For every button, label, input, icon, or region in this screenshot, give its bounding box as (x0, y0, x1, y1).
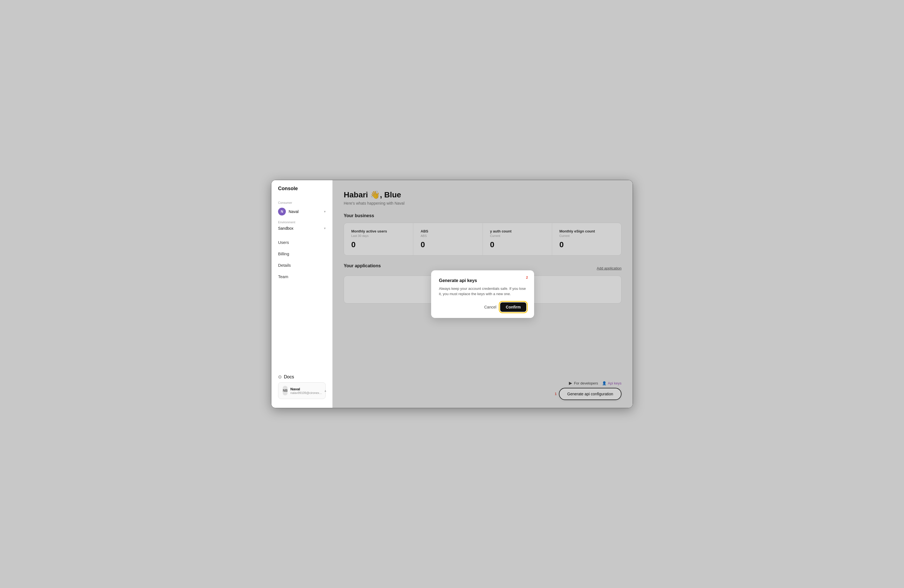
sidebar-item-team[interactable]: Team (271, 271, 332, 282)
app-logo: Console (271, 186, 332, 197)
profile-email: nalav99109@cironex... (290, 391, 322, 395)
consumer-label: Consumer (271, 197, 332, 205)
user-selector[interactable]: N Naval ▾ (271, 205, 332, 218)
profile-name: Naval (290, 387, 322, 391)
sidebar-bottom: ⊙ Docs NB Naval nalav99109@cironex... ▴ (271, 368, 332, 402)
sidebar-item-details[interactable]: Details (271, 259, 332, 271)
sidebar-nav: Users Billing Details Team (271, 237, 332, 282)
chevron-down-icon: ▾ (324, 210, 326, 213)
confirm-button[interactable]: Confirm (500, 302, 526, 312)
user-name: Naval (289, 209, 321, 214)
dialog-overlay: 2 Generate api keys Always keep your acc… (333, 180, 633, 408)
main-content: Habari 👋, Blue Here's whats happening wi… (333, 180, 633, 408)
dialog-body: Always keep your account credentials saf… (439, 286, 526, 297)
docs-label: Docs (284, 375, 294, 379)
profile-initials-badge: NB (283, 386, 288, 395)
dialog: 2 Generate api keys Always keep your acc… (431, 270, 534, 318)
environment-selector[interactable]: Sandbox ▾ (271, 224, 332, 232)
sidebar: Console Consumer N Naval ▾ Environment S… (271, 180, 333, 408)
dialog-title: Generate api keys (439, 278, 526, 283)
profile-info: Naval nalav99109@cironex... (290, 387, 322, 395)
profile-card[interactable]: NB Naval nalav99109@cironex... ▴ (278, 382, 326, 399)
chevron-up-icon: ▴ (324, 389, 326, 392)
dialog-actions: Cancel Confirm (439, 302, 526, 312)
chevron-down-icon: ▾ (324, 226, 326, 230)
docs-link[interactable]: ⊙ Docs (278, 371, 326, 382)
cancel-button[interactable]: Cancel (484, 305, 496, 309)
docs-icon: ⊙ (278, 374, 282, 379)
avatar: N (278, 208, 286, 215)
environment-label: Environment (271, 218, 332, 224)
sidebar-item-billing[interactable]: Billing (271, 248, 332, 259)
environment-name: Sandbox (278, 226, 324, 231)
dialog-step-number: 2 (526, 275, 528, 280)
sidebar-item-users[interactable]: Users (271, 237, 332, 248)
